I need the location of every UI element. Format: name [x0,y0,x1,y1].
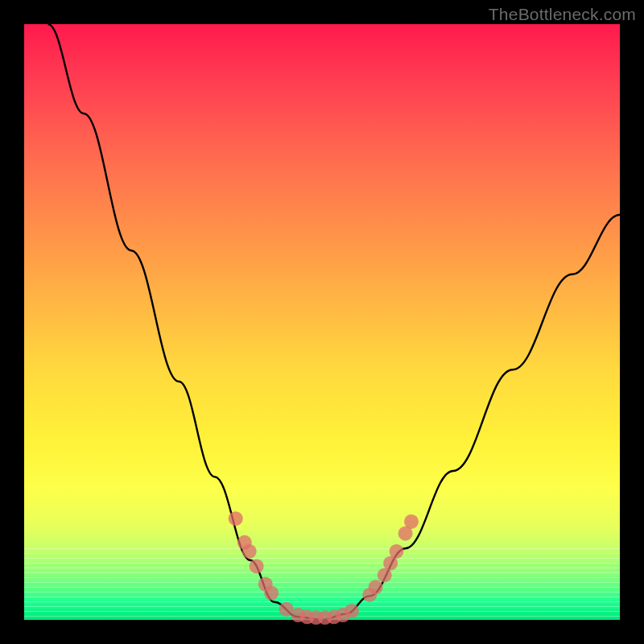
data-dot [229,511,243,526]
bottleneck-curve [48,24,620,620]
data-dot [404,514,419,529]
plot-area [24,24,620,620]
data-dot [264,586,279,601]
chart-frame: TheBottleneck.com [0,0,644,644]
data-dot [369,580,383,594]
data-dot [390,544,404,559]
data-dot [345,604,359,618]
data-dot [242,544,257,559]
watermark-text: TheBottleneck.com [489,5,636,24]
sample-dots [229,511,419,625]
data-dot [250,559,264,573]
chart-svg [24,24,620,620]
